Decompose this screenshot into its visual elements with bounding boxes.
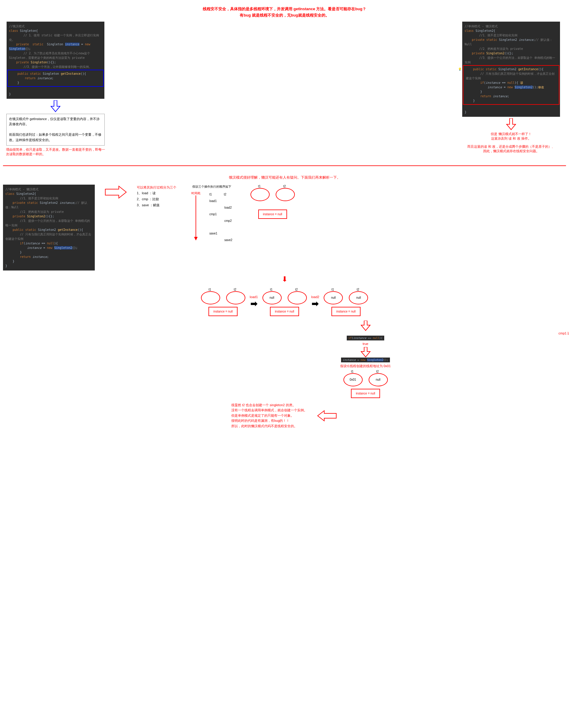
arrow-down-icon: [505, 118, 517, 130]
note-lazy: 但是 懒汉模式就不一样了！ 这里涉及到 读 和 改 操作。 而且这里的读 和 改…: [467, 132, 555, 153]
code-eager: //饿汉模式 class Singleton{ // 1、使用 static 创…: [7, 22, 104, 99]
analysis-row: //单例模式 - 懒汉模式 class Singleton2{ //1、就不是立…: [3, 185, 566, 270]
code-lazy2: //单例模式 - 懒汉模式 class Singleton2{ //1、就不是立…: [3, 185, 95, 270]
arrow-down-icon: [360, 347, 372, 358]
sequence-row: t1 t2 instance = null load1➡ t1null t2 i…: [3, 288, 566, 316]
separator: [3, 165, 566, 166]
code-new: instance = new Singleton2();: [341, 358, 390, 362]
steps-list: 可以将其执行过程分为三个 1、load ：读 2、cmp ：比较 3、save …: [137, 185, 176, 208]
top-row: //饿汉模式 class Singleton{ // 1、使用 static 创…: [3, 22, 566, 156]
conclusion-row: 很显然 t2 也会去创建一个 singleton2 的类。 没有一个线程去调用单…: [3, 403, 566, 429]
state-1: t1 t2 instance = null: [201, 288, 246, 316]
arrow-right-icon: [104, 185, 128, 200]
note-eager-reason: 理由很简单，你只是读取，又不是改。数据一直都是不变的，即每一次读取的数据都是一样…: [6, 147, 105, 156]
arrow-down-icon: [360, 321, 372, 331]
timeline-arrow-icon: [194, 195, 198, 240]
state-2: t1null t2 instance = null: [263, 288, 307, 316]
bulb-icon: 💡: [458, 67, 462, 71]
arrow-left-icon: [317, 410, 338, 422]
state-initial: t1 t2 instance = null: [251, 185, 295, 219]
mid-title: 饿汉模式很好理解，懒汉可能还有人有疑问。下面我们再来解析一下。: [3, 175, 566, 180]
arrow-down-icon: ⬇: [282, 275, 287, 283]
timeline: 假设三个操作执行的顺序如下 时间戳 t1t2 load1 load2 cmp1 …: [191, 185, 233, 243]
code-lazy: //单例模式 - 懒汉模式 class Singleton2{ //1、就不是立…: [462, 22, 560, 117]
note-eager: 在饿汉模式中 getInstance，仅仅是读取了变量的内容，并不涉及修改内容。…: [6, 114, 105, 146]
arrow-right-icon: ➡: [311, 299, 318, 308]
cmp-flow: cmp1 比较操作， if(instance == null){ true in…: [165, 321, 566, 398]
conclusion: 很显然 t2 也会去创建一个 singleton2 的类。 没有一个线程去调用单…: [231, 403, 309, 429]
arrow-right-icon: ➡: [251, 299, 258, 308]
arrow-down-icon: [50, 100, 62, 112]
state-3: t1null t2null instance = null: [323, 288, 368, 316]
main-title: 线程安不安全，具体指的是多线程环境下，并发调用 getInstance 方法。看…: [3, 6, 566, 19]
state-4: t10x01 t2null instance = null: [343, 370, 388, 398]
code-if: if(instance == null){: [347, 336, 384, 340]
